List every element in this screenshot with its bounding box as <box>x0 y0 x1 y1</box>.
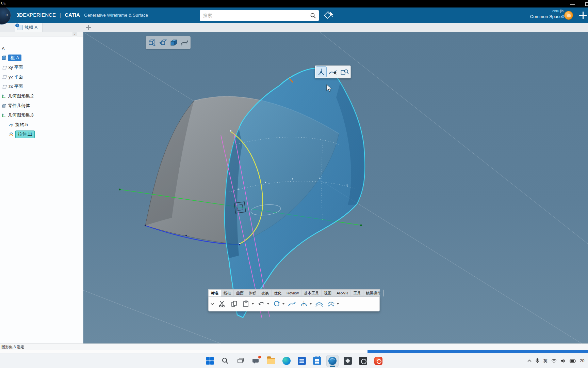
curve-pick-icon[interactable] <box>327 66 338 77</box>
undo-caret-icon[interactable] <box>267 303 269 305</box>
action-tab-view[interactable]: 视图 <box>322 290 334 296</box>
ime-icon[interactable]: 英 <box>543 358 548 364</box>
action-tab-wireframe[interactable]: 线框 <box>221 290 234 296</box>
tree-item-xy-plane[interactable]: xy 平面 <box>0 63 83 72</box>
store-icon[interactable] <box>311 355 323 367</box>
plane-icon <box>2 85 7 89</box>
search-input[interactable] <box>200 13 310 18</box>
action-tab-optimize[interactable]: 优化 <box>272 290 284 296</box>
new-geometry-icon[interactable] <box>147 37 157 48</box>
tray-clock[interactable]: 20 <box>580 358 586 363</box>
action-bar-tabs: 标准 线框 曲面 体积 变换 优化 Review 基本工具 视图 AR-VR 工… <box>208 289 380 296</box>
cut-icon[interactable] <box>218 299 227 309</box>
brand-experience: EXPERIENCE <box>23 12 56 18</box>
action-tab-transform[interactable]: 变换 <box>259 290 272 296</box>
minimize-button[interactable] <box>570 4 575 6</box>
collapse-icon[interactable] <box>210 299 215 309</box>
search-box[interactable] <box>200 10 319 21</box>
axis-endpoint-left <box>119 188 120 190</box>
action-tab-volume[interactable]: 体积 <box>246 290 259 296</box>
part-icon <box>2 56 6 60</box>
action-tab-ar-vr[interactable]: AR-VR <box>334 290 351 296</box>
task-view-icon[interactable] <box>234 355 247 367</box>
3dexperience-compass-icon[interactable]: R <box>0 6 11 25</box>
revolve-feature-icon <box>9 122 14 127</box>
axis-system-icon[interactable] <box>316 66 327 77</box>
extrude-feature-icon <box>9 132 14 137</box>
mic-icon[interactable] <box>535 358 540 364</box>
paste-caret-icon[interactable] <box>252 303 254 305</box>
paste-icon[interactable] <box>242 299 250 309</box>
revolve-icon[interactable] <box>299 299 308 309</box>
action-tab-basic-tools[interactable]: 基本工具 <box>301 290 322 296</box>
catia-icon[interactable] <box>326 355 339 367</box>
sweep-icon[interactable] <box>288 299 296 309</box>
chat-icon[interactable] <box>250 355 262 367</box>
undo-icon[interactable] <box>257 299 266 309</box>
document-tab-label: 线框 A <box>24 25 37 31</box>
add-content-button[interactable] <box>578 11 587 20</box>
document-tabbar: 1 线框 A <box>0 23 588 32</box>
tree-item-root[interactable]: A <box>0 44 83 53</box>
brand-3d: 3D <box>16 12 23 18</box>
app-name: CATIA <box>65 12 80 18</box>
taskbar-search-icon[interactable] <box>219 355 231 367</box>
copy-icon[interactable] <box>230 299 239 309</box>
edge-icon[interactable] <box>280 355 293 367</box>
app-dark-icon[interactable] <box>342 355 354 367</box>
space-selector[interactable]: Common Space <box>530 14 566 19</box>
record-icon[interactable] <box>372 355 385 367</box>
tree-scrollbar[interactable]: ‹ <box>0 32 83 36</box>
notification-badge <box>258 355 261 359</box>
action-bar: 标准 线框 曲面 体积 变换 优化 Review 基本工具 视图 AR-VR 工… <box>208 289 380 311</box>
user-avatar[interactable] <box>564 11 573 20</box>
tree-item-part-body[interactable]: 零件几何体 <box>0 101 83 110</box>
geometry-set-icon <box>2 94 6 98</box>
action-tab-standard[interactable]: 标准 <box>209 290 221 296</box>
battery-icon[interactable] <box>570 359 576 363</box>
start-icon[interactable] <box>204 355 216 367</box>
status-accent-bar <box>368 350 588 353</box>
windows-taskbar: 英 20 <box>0 353 588 368</box>
app-subtitle: Generative Wireframe & Surface <box>84 13 148 18</box>
update-caret-icon[interactable] <box>282 303 284 305</box>
window-titlebar: CE <box>0 0 588 7</box>
tree-item-extrude-11[interactable]: 拉伸.11 <box>0 129 83 139</box>
extrude-icon[interactable] <box>327 299 336 309</box>
cursor-icon <box>329 11 335 18</box>
search-icon[interactable] <box>310 13 316 19</box>
tree-item-geoset-2[interactable]: 几何图形集.2 <box>0 91 83 101</box>
examine-box-icon[interactable] <box>339 66 350 77</box>
blend-icon[interactable] <box>315 299 324 309</box>
specification-tree: ‹ A 框 A xy 平面 yz 平面 zx 平面 <box>0 32 83 343</box>
snipping-tool-icon[interactable] <box>357 355 369 367</box>
file-explorer-icon[interactable] <box>265 355 277 367</box>
open-geometry-icon[interactable] <box>158 37 167 48</box>
tree-item-revolve-5[interactable]: 旋转.5 <box>0 120 83 129</box>
office-icon[interactable] <box>296 355 308 367</box>
tree-item-geoset-3[interactable]: 几何图形集.3 <box>0 110 83 120</box>
volume-icon[interactable] <box>560 358 566 363</box>
document-tab[interactable]: 1 线框 A <box>15 23 43 32</box>
action-tab-tools[interactable]: 工具 <box>351 290 363 296</box>
extrude-caret-icon[interactable] <box>337 303 339 305</box>
maximize-button[interactable] <box>585 2 588 6</box>
user-name: enru jin <box>552 9 564 13</box>
action-tab-surface[interactable]: 曲面 <box>234 290 246 296</box>
tree-item-yz-plane[interactable]: yz 平面 <box>0 72 83 82</box>
wifi-icon[interactable] <box>551 359 557 363</box>
plane-icon <box>2 75 7 79</box>
update-icon[interactable] <box>272 299 281 309</box>
revolve-caret-icon[interactable] <box>310 303 312 305</box>
solid-cube-icon[interactable] <box>169 37 179 48</box>
tree-item-zx-plane[interactable]: zx 平面 <box>0 82 83 91</box>
chevron-up-icon[interactable] <box>527 359 532 362</box>
document-icon: 1 <box>17 25 22 30</box>
action-tab-review[interactable]: Review <box>284 290 301 296</box>
part-body-icon <box>2 104 6 108</box>
surface-swoosh-icon[interactable] <box>180 37 190 48</box>
tree-scroll-left-button[interactable]: ‹ <box>72 32 77 36</box>
new-tab-button[interactable] <box>86 25 91 30</box>
tree-item-part[interactable]: 框 A <box>0 53 83 63</box>
action-tab-touch[interactable]: 触屏操作 <box>363 290 383 296</box>
